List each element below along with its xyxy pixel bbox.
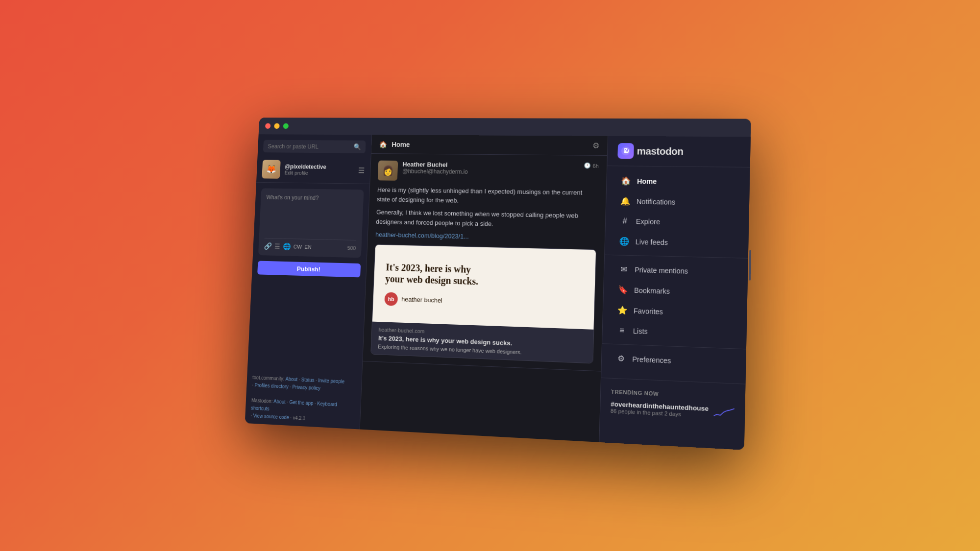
nav-item-bookmarks[interactable]: 🔖 Bookmarks bbox=[608, 279, 743, 303]
post-preview-card[interactable]: It's 2023, here is why your web design s… bbox=[370, 244, 596, 363]
post-time-text: 6h bbox=[592, 163, 599, 168]
preview-headline-line1: It's 2023, here is why bbox=[386, 262, 471, 274]
nav-preferences-label: Preferences bbox=[632, 355, 671, 364]
profile-username: @pixeldetective bbox=[285, 163, 354, 170]
logo-icon bbox=[617, 143, 634, 159]
nav-item-preferences[interactable]: ⚙ Preferences bbox=[606, 348, 742, 373]
nav-divider-1 bbox=[605, 254, 748, 258]
footer-mastodon-about[interactable]: About bbox=[273, 399, 286, 405]
preferences-nav-icon: ⚙ bbox=[616, 353, 626, 363]
avatar-emoji: 🦊 bbox=[266, 164, 276, 174]
profile-info: @pixeldetective Edit profile bbox=[284, 163, 354, 176]
compose-box: What's on your mind? 🔗 ☰ 🌐 CW EN 500 bbox=[258, 188, 364, 258]
profile-section: 🦊 @pixeldetective Edit profile ☰ bbox=[256, 156, 371, 184]
scrollbar-indicator[interactable] bbox=[749, 250, 751, 280]
lists-nav-icon: ≡ bbox=[616, 326, 627, 335]
browser-window: 🔍 🦊 @pixeldetective Edit profile ☰ What'… bbox=[245, 118, 751, 450]
nav-bookmarks-label: Bookmarks bbox=[634, 286, 670, 295]
clock-icon: 🕐 bbox=[584, 162, 591, 168]
nav-private-mentions-label: Private mentions bbox=[635, 265, 688, 275]
footer-invite-link[interactable]: Invite people bbox=[318, 378, 344, 384]
list-icon[interactable]: ☰ bbox=[274, 242, 281, 250]
nav-item-home[interactable]: 🏠 Home bbox=[611, 171, 746, 192]
post-body: Here is my (slightly less unhinged than … bbox=[375, 185, 598, 244]
search-input[interactable] bbox=[268, 143, 351, 150]
nav-notifications-label: Notifications bbox=[637, 197, 676, 205]
feed-title: 🏠 Home bbox=[379, 140, 592, 149]
right-panel: mastodon 🏠 Home 🔔 Notifications # Explor… bbox=[599, 136, 751, 450]
logo-text: mastodon bbox=[637, 145, 684, 157]
trending-label: TRENDING NOW bbox=[611, 388, 735, 400]
post-header: 👩 Heather Buchel @hbuchel@hachyderm.io 🕐… bbox=[378, 160, 599, 183]
feed-panel: 🏠 Home ⚙ 👩 Heather Buchel @hbuchel@hachy… bbox=[360, 135, 608, 442]
cw-label[interactable]: CW bbox=[294, 243, 302, 249]
compose-textarea[interactable] bbox=[265, 204, 358, 234]
attach-icon[interactable]: 🔗 bbox=[264, 242, 272, 250]
nav-item-favorites[interactable]: ⭐ Favorites bbox=[607, 300, 743, 324]
maximize-button[interactable] bbox=[283, 123, 289, 128]
nav-favorites-label: Favorites bbox=[634, 306, 663, 315]
mastodon-logo: mastodon bbox=[607, 136, 750, 167]
footer-toot-community: toot.community bbox=[252, 375, 283, 382]
nav-item-lists[interactable]: ≡ Lists bbox=[607, 320, 743, 344]
explore-nav-icon: # bbox=[620, 216, 630, 226]
nav-item-notifications[interactable]: 🔔 Notifications bbox=[610, 191, 745, 213]
compose-placeholder: What's on your mind? bbox=[266, 193, 358, 201]
post-link[interactable]: heather-buchel.com/blog/2023/1... bbox=[375, 231, 469, 240]
footer-privacy-link[interactable]: Privacy policy bbox=[292, 384, 320, 391]
trending-section: TRENDING NOW #overheardinthehauntedhouse… bbox=[600, 382, 746, 427]
nav-explore-label: Explore bbox=[636, 217, 661, 225]
footer-links: toot.community: About · Status · Invite … bbox=[245, 369, 362, 429]
trending-info: #overheardinthehauntedhouse 86 people in… bbox=[611, 400, 709, 418]
profile-menu-button[interactable]: ☰ bbox=[358, 166, 365, 175]
post-text-1: Here is my (slightly less unhinged than … bbox=[377, 185, 598, 207]
nav-item-live-feeds[interactable]: 🌐 Live feeds bbox=[609, 231, 745, 254]
footer-mastodon-label: Mastodon bbox=[251, 397, 271, 404]
minimize-button[interactable] bbox=[274, 123, 280, 128]
publish-button[interactable]: Publish! bbox=[257, 261, 361, 277]
nav-live-feeds-label: Live feeds bbox=[636, 238, 668, 246]
nav-item-explore[interactable]: # Explore bbox=[610, 211, 745, 233]
nav-home-label: Home bbox=[637, 177, 657, 185]
footer-status-link[interactable]: Status bbox=[301, 377, 315, 383]
preview-headline: It's 2023, here is why your web design s… bbox=[385, 261, 479, 287]
footer-source-link[interactable]: View source code bbox=[253, 413, 289, 420]
post-user-info: Heather Buchel @hbuchel@hachyderm.io bbox=[402, 161, 579, 176]
preview-headline-line2: your web design sucks. bbox=[385, 273, 478, 286]
footer-get-app-link[interactable]: Get the app bbox=[289, 399, 314, 406]
trending-graph bbox=[713, 404, 735, 419]
bookmarks-nav-icon: 🔖 bbox=[618, 285, 628, 294]
footer-about-link[interactable]: About bbox=[285, 376, 297, 382]
globe-icon[interactable]: 🌐 bbox=[283, 242, 291, 250]
profile-edit-link[interactable]: Edit profile bbox=[284, 169, 353, 176]
feed-title-text: Home bbox=[392, 140, 410, 148]
nav-item-private-mentions[interactable]: ✉ Private mentions bbox=[608, 259, 744, 282]
post-avatar-emoji: 👩 bbox=[382, 165, 394, 176]
home-nav-icon: 🏠 bbox=[621, 176, 631, 185]
char-count: 500 bbox=[347, 245, 356, 251]
preview-image-area: It's 2023, here is why your web design s… bbox=[372, 244, 596, 329]
trending-item[interactable]: #overheardinthehauntedhouse 86 people in… bbox=[611, 400, 735, 420]
close-button[interactable] bbox=[265, 123, 270, 128]
nav-lists-label: Lists bbox=[633, 327, 648, 335]
preview-author-name: heather buchel bbox=[401, 295, 442, 304]
post-time: 🕐 6h bbox=[584, 162, 599, 168]
feed-settings-icon[interactable]: ⚙ bbox=[592, 141, 600, 150]
post-card: 👩 Heather Buchel @hbuchel@hachyderm.io 🕐… bbox=[363, 153, 607, 371]
notifications-nav-icon: 🔔 bbox=[620, 196, 631, 206]
compose-footer: 🔗 ☰ 🌐 CW EN 500 bbox=[264, 238, 356, 252]
lang-label[interactable]: EN bbox=[304, 244, 312, 250]
feed-header: 🏠 Home ⚙ bbox=[371, 135, 608, 156]
feed-content: 👩 Heather Buchel @hbuchel@hachyderm.io 🕐… bbox=[360, 153, 607, 442]
post-text-2: Generally, I think we lost something whe… bbox=[376, 207, 597, 230]
post-avatar: 👩 bbox=[378, 160, 398, 180]
preview-author-avatar: hb bbox=[384, 291, 398, 305]
live-feeds-nav-icon: 🌐 bbox=[619, 236, 630, 246]
private-mentions-nav-icon: ✉ bbox=[618, 264, 629, 274]
footer-version: v4.2.1 bbox=[293, 415, 305, 421]
search-bar-container: 🔍 bbox=[263, 140, 366, 153]
app-body: 🔍 🦊 @pixeldetective Edit profile ☰ What'… bbox=[245, 134, 751, 450]
avatar: 🦊 bbox=[262, 160, 280, 178]
footer-profiles-link[interactable]: Profiles directory bbox=[254, 382, 289, 389]
search-icon: 🔍 bbox=[353, 143, 361, 150]
